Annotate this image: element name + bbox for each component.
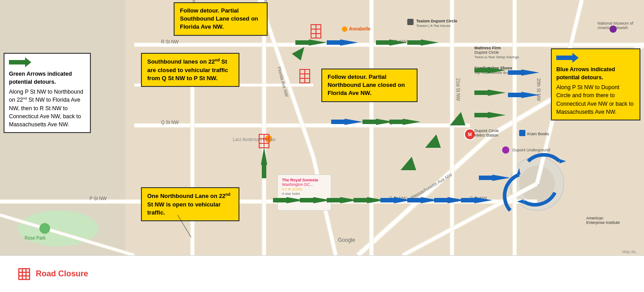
svg-rect-104: [363, 120, 377, 124]
svg-text:Q St NW: Q St NW: [161, 120, 179, 125]
svg-rect-142: [508, 93, 522, 97]
svg-text:4.2 ★ (2155): 4.2 ★ (2155): [282, 187, 303, 191]
svg-rect-153: [19, 269, 30, 279]
svg-rect-149: [9, 60, 25, 64]
svg-rect-102: [407, 40, 422, 45]
svg-text:Teaism | A Tea House: Teaism | A Tea House: [416, 24, 451, 28]
svg-rect-138: [461, 198, 475, 202]
svg-rect-136: [434, 198, 448, 202]
blue-arrows-header: Blue Arrows indicated potential detours.: [556, 65, 635, 82]
svg-text:20th St NW: 20th St NW: [536, 78, 541, 101]
callout-southbound-lanes: Southbound lanes on 22nd St are closed t…: [141, 53, 239, 87]
callout-green-arrows: Green Arrows indicated potential detours…: [4, 53, 91, 133]
map-container: 22nd St NW 23rd St NW R St NW R St NW Q …: [0, 0, 644, 255]
road-closure-label: Road Closure: [36, 269, 88, 279]
callout-southbound-lanes-text: Southbound lanes on 22nd St are closed t…: [147, 58, 228, 81]
legend: Road Closure: [0, 255, 644, 292]
svg-text:Washington DC...: Washington DC...: [282, 182, 313, 187]
svg-rect-126: [474, 113, 489, 117]
svg-rect-151: [556, 56, 572, 60]
svg-rect-98: [295, 40, 310, 45]
callout-blue-arrows: Blue Arrows indicated potential detours.…: [551, 48, 640, 120]
green-arrows-body: Along P St NW to Northbound on 22nd St N…: [9, 88, 85, 129]
svg-text:Google: Google: [338, 237, 355, 243]
svg-rect-114: [354, 198, 368, 202]
svg-rect-100: [376, 40, 390, 45]
svg-text:Map da...: Map da...: [622, 249, 639, 254]
callout-northbound-florida-text: Follow detour. Partial Northbound Lane c…: [328, 73, 405, 96]
svg-rect-132: [380, 198, 395, 202]
callout-top-southbound-text: Follow detour. Partial Southbound Lane c…: [180, 7, 258, 30]
callout-northbound-lane-text: One Northbound Lane on 22nd St NW is ope…: [147, 193, 230, 215]
svg-rect-110: [300, 198, 314, 202]
svg-text:Annabelle: Annabelle: [349, 26, 371, 31]
svg-text:Metro Station: Metro Station: [474, 133, 499, 137]
svg-text:Dupont Circle: Dupont Circle: [474, 129, 499, 133]
svg-text:4-star hotel: 4-star hotel: [282, 192, 300, 196]
svg-text:R St NW: R St NW: [161, 39, 179, 44]
svg-rect-59: [407, 19, 414, 25]
svg-text:P St NW: P St NW: [90, 196, 107, 201]
svg-text:Teaism Dupont Circle: Teaism Dupont Circle: [416, 19, 457, 23]
svg-rect-128: [327, 40, 341, 45]
svg-rect-116: [262, 165, 266, 178]
svg-rect-112: [327, 198, 341, 202]
svg-text:National Museum of: National Museum of: [597, 21, 634, 26]
callout-top-southbound: Follow detour. Partial Southbound Lane c…: [174, 2, 268, 36]
svg-text:Larz Anderson House: Larz Anderson House: [233, 137, 276, 142]
callout-northbound-lane: One Northbound Lane on 22nd St NW is ope…: [141, 187, 239, 221]
blue-arrows-body: Along P St NW to Dupont Circle and from …: [556, 83, 635, 116]
svg-marker-152: [572, 53, 579, 63]
map-svg: 22nd St NW 23rd St NW R St NW R St NW Q …: [0, 0, 644, 255]
svg-text:American Jewish: American Jewish: [597, 26, 628, 30]
svg-rect-124: [474, 90, 489, 95]
svg-text:American: American: [586, 216, 603, 220]
svg-text:Enterprise Institute: Enterprise Institute: [586, 220, 620, 225]
callout-northbound-florida: Follow detour. Partial Northbound Lane c…: [321, 69, 418, 102]
road-closure-icon: [18, 268, 30, 280]
svg-point-57: [342, 26, 347, 32]
svg-text:Dupont Underground: Dupont Underground: [512, 148, 550, 152]
svg-text:Mattress Firm: Mattress Firm: [474, 46, 501, 50]
svg-rect-134: [407, 198, 422, 202]
svg-rect-144: [479, 176, 493, 180]
road-closure-legend: Road Closure: [18, 268, 88, 280]
svg-text:The Royal Sonesta: The Royal Sonesta: [282, 178, 319, 182]
svg-rect-140: [508, 70, 522, 75]
svg-marker-150: [25, 57, 31, 67]
green-arrows-header: Green Arrows indicated potential detours…: [9, 70, 85, 86]
svg-rect-108: [273, 198, 287, 202]
svg-text:21st St NW: 21st St NW: [456, 78, 461, 101]
svg-text:Twice-a-Year Sleep Savings: Twice-a-Year Sleep Savings: [474, 55, 519, 59]
svg-text:Dupont Circle: Dupont Circle: [474, 50, 499, 55]
svg-point-79: [39, 223, 50, 234]
svg-rect-106: [389, 120, 404, 124]
svg-text:Kram Books: Kram Books: [527, 132, 550, 136]
svg-rect-130: [331, 120, 345, 124]
svg-text:M: M: [468, 132, 472, 137]
svg-rect-81: [519, 130, 525, 136]
svg-point-55: [502, 146, 509, 154]
svg-text:Rose Park: Rose Park: [25, 236, 46, 240]
svg-rect-122: [474, 68, 489, 73]
